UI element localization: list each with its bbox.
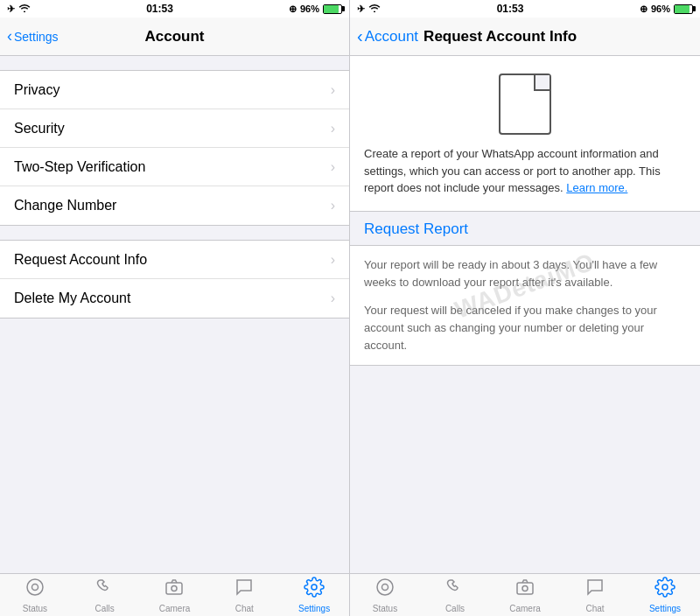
right-settings-tab-icon bbox=[654, 577, 676, 602]
request-account-info-item[interactable]: Request Account Info › bbox=[0, 241, 349, 279]
right-location-icon: ⊕ bbox=[640, 4, 648, 15]
request-account-info-label: Request Account Info bbox=[14, 252, 147, 268]
svg-point-5 bbox=[377, 579, 393, 595]
svg-point-4 bbox=[312, 584, 317, 590]
right-calls-tab-icon bbox=[444, 577, 466, 602]
battery-icon bbox=[323, 4, 342, 14]
right-status-bar-left: ✈ bbox=[357, 4, 381, 15]
left-camera-tab-icon bbox=[164, 577, 185, 602]
request-report-section: Request Report WADetaiMO Your report wil… bbox=[350, 212, 700, 367]
airplane-icon: ✈ bbox=[7, 4, 15, 15]
location-icon: ⊕ bbox=[289, 4, 297, 15]
svg-point-0 bbox=[27, 579, 43, 595]
privacy-item[interactable]: Privacy › bbox=[0, 71, 349, 109]
right-tab-camera-label: Camera bbox=[509, 604, 541, 613]
left-tab-settings-label: Settings bbox=[298, 604, 330, 613]
right-tab-settings-label: Settings bbox=[649, 604, 681, 613]
right-back-label: Account bbox=[365, 28, 418, 46]
document-icon bbox=[499, 74, 551, 135]
request-report-title[interactable]: Request Report bbox=[364, 220, 468, 237]
right-back-button[interactable]: ‹ Account bbox=[357, 26, 418, 46]
report-line-2: Your request will be canceled if you mak… bbox=[364, 302, 686, 354]
privacy-chevron-icon: › bbox=[331, 82, 335, 98]
two-step-chevron-icon: › bbox=[331, 159, 335, 175]
security-chevron-icon: › bbox=[331, 121, 335, 136]
svg-point-9 bbox=[662, 584, 668, 590]
two-step-label: Two-Step Verification bbox=[14, 159, 145, 175]
left-tab-settings[interactable]: Settings bbox=[279, 577, 349, 613]
left-nav-title: Account bbox=[145, 28, 205, 46]
left-calls-tab-icon bbox=[94, 577, 116, 602]
right-tab-status[interactable]: Status bbox=[350, 577, 420, 613]
security-label: Security bbox=[14, 121, 65, 136]
left-tab-calls[interactable]: Calls bbox=[70, 577, 140, 613]
delete-account-item[interactable]: Delete My Account › bbox=[0, 279, 349, 318]
right-wifi-icon bbox=[368, 4, 381, 14]
right-tab-chat[interactable]: Chat bbox=[560, 577, 630, 613]
left-tab-camera[interactable]: Camera bbox=[140, 577, 210, 613]
svg-rect-7 bbox=[517, 583, 533, 594]
left-settings-tab-icon bbox=[304, 577, 325, 602]
left-status-tab-icon bbox=[24, 577, 46, 602]
right-tab-chat-label: Chat bbox=[585, 604, 604, 613]
left-status-bar-left: ✈ bbox=[7, 4, 31, 15]
security-item[interactable]: Security › bbox=[0, 109, 349, 148]
request-account-info-chevron-icon: › bbox=[331, 252, 335, 268]
left-back-chevron-icon: ‹ bbox=[7, 27, 12, 46]
delete-account-chevron-icon: › bbox=[331, 290, 335, 306]
left-section-1: Privacy › Security › Two-Step Verificati… bbox=[0, 70, 349, 226]
right-time: 01:53 bbox=[497, 3, 524, 15]
left-tab-camera-label: Camera bbox=[159, 604, 191, 613]
right-nav-bar: ‹ Account Request Account Info bbox=[350, 18, 700, 56]
left-section-2: Request Account Info › Delete My Account… bbox=[0, 240, 349, 318]
change-number-item[interactable]: Change Number › bbox=[0, 186, 349, 225]
left-tab-status-label: Status bbox=[23, 604, 47, 613]
report-line-1: Your report will be ready in about 3 day… bbox=[364, 256, 686, 291]
right-tab-camera[interactable]: Camera bbox=[490, 577, 560, 613]
left-tab-calls-label: Calls bbox=[95, 604, 115, 613]
right-tab-settings[interactable]: Settings bbox=[630, 577, 700, 613]
right-camera-tab-icon bbox=[514, 577, 536, 602]
right-status-bar-right: ⊕ 96% bbox=[640, 4, 693, 15]
right-battery-icon bbox=[674, 4, 693, 14]
delete-account-label: Delete My Account bbox=[14, 290, 130, 306]
request-report-body: WADetaiMO Your report will be ready in a… bbox=[350, 245, 700, 367]
svg-point-8 bbox=[522, 586, 528, 592]
right-battery-percent: 96% bbox=[651, 4, 670, 14]
right-airplane-icon: ✈ bbox=[357, 4, 365, 15]
left-tab-chat[interactable]: Chat bbox=[209, 577, 279, 613]
svg-rect-2 bbox=[166, 583, 182, 594]
svg-point-6 bbox=[382, 584, 388, 591]
right-status-tab-icon bbox=[374, 577, 396, 602]
info-description: Create a report of your WhatsApp account… bbox=[364, 145, 686, 197]
right-info-block: Create a report of your WhatsApp account… bbox=[350, 56, 700, 212]
left-tab-status[interactable]: Status bbox=[0, 577, 70, 613]
left-tab-chat-label: Chat bbox=[235, 604, 254, 613]
right-chat-tab-icon bbox=[584, 577, 606, 602]
svg-point-3 bbox=[172, 586, 177, 592]
right-tab-calls[interactable]: Calls bbox=[420, 577, 490, 613]
battery-percent: 96% bbox=[300, 4, 319, 14]
wifi-icon bbox=[18, 4, 31, 14]
left-status-bar-right: ⊕ 96% bbox=[289, 4, 342, 15]
left-chat-tab-icon bbox=[234, 577, 255, 602]
left-nav-bar: ‹ Settings Account bbox=[0, 18, 349, 56]
two-step-item[interactable]: Two-Step Verification › bbox=[0, 148, 349, 186]
left-phone-panel: ✈ 01:53 ⊕ 96% ‹ Settings Account Privacy… bbox=[0, 0, 350, 616]
privacy-label: Privacy bbox=[14, 82, 60, 98]
left-back-label: Settings bbox=[14, 30, 59, 44]
left-time: 01:53 bbox=[146, 3, 173, 15]
left-status-bar: ✈ 01:53 ⊕ 96% bbox=[0, 0, 349, 18]
right-tab-bar: Status Calls Camera Chat Settings bbox=[350, 573, 700, 616]
right-back-chevron-icon: ‹ bbox=[357, 26, 363, 46]
svg-point-1 bbox=[32, 584, 38, 591]
right-status-bar: ✈ 01:53 ⊕ 96% bbox=[350, 0, 700, 18]
left-back-button[interactable]: ‹ Settings bbox=[7, 27, 59, 46]
learn-more-link[interactable]: Learn more. bbox=[566, 181, 627, 194]
left-tab-bar: Status Calls Camera Chat Settings bbox=[0, 573, 349, 616]
right-phone-panel: ✈ 01:53 ⊕ 96% ‹ Account Request Account … bbox=[350, 0, 700, 616]
right-nav-title: Request Account Info bbox=[424, 28, 577, 46]
change-number-label: Change Number bbox=[14, 198, 116, 214]
request-report-header: Request Report bbox=[350, 212, 700, 245]
right-tab-calls-label: Calls bbox=[445, 604, 465, 613]
